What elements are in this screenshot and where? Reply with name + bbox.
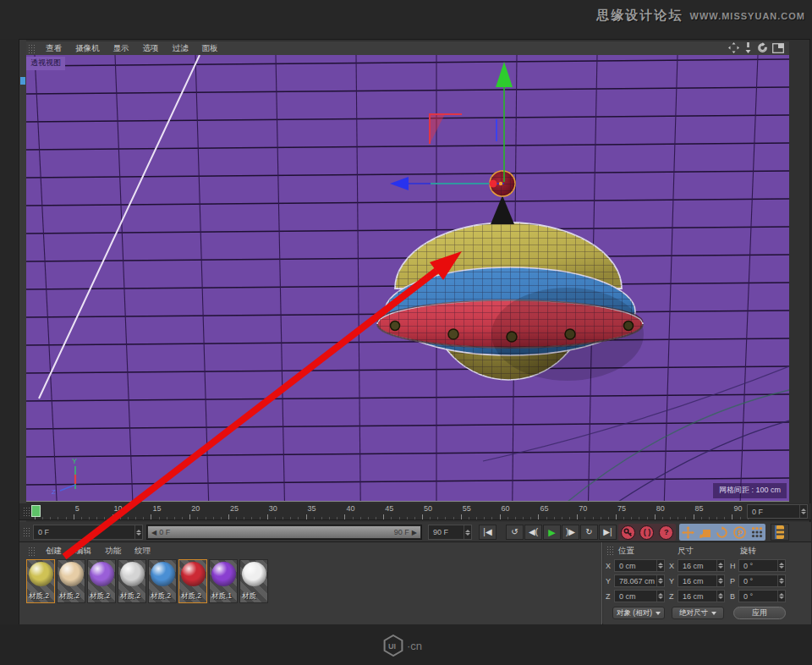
timeline-tick-label: 85 [695,504,704,513]
rot-p-label: P [730,577,735,585]
coordinate-mode-dropdown[interactable]: 对象 (相对) [612,607,665,619]
material-swatch[interactable]: 材质.2 [118,559,146,603]
previous-frame-button[interactable]: ◀( [524,525,542,540]
record-question-button[interactable]: ? [659,525,673,540]
size-mode-dropdown[interactable]: 绝对尺寸 [672,607,724,619]
material-swatch[interactable]: 材质.2 [178,559,207,603]
drag-grip-icon[interactable] [606,546,614,555]
material-sphere-preview [181,562,206,586]
record-scale-icon[interactable] [700,526,711,538]
start-frame-field[interactable]: 0 F [33,525,143,540]
toggle-view-icon[interactable] [772,43,784,53]
rot-h-label: H [730,562,736,570]
next-key-button[interactable]: ↻ [580,525,598,540]
rotate-view-icon[interactable] [757,42,768,53]
material-swatch[interactable]: 材质.1 [209,559,238,603]
material-swatch[interactable]: 材质.2 [148,559,177,603]
viewport[interactable]: Y Z 透视视图 网格间距 : 100 cm [26,55,789,502]
frame-range-slider[interactable]: ◀ 0 F 90 F ▶ [146,525,422,540]
material-label: 材质.2 [27,591,54,602]
menu-camera[interactable]: 摄像机 [69,43,107,54]
rot-b-label: B [730,592,735,601]
spinner-icon[interactable] [799,505,807,518]
hexagon-logo-icon: UI [382,635,404,657]
material-sphere-preview [151,562,175,586]
timeline-tick-label: 50 [424,504,432,513]
svg-text:Y: Y [72,457,77,465]
drag-grip-icon[interactable] [23,507,30,516]
timeline-tick-label: 25 [230,504,239,513]
mat-menu-function[interactable]: 功能 [98,546,128,557]
rot-p-field[interactable]: 0 ° [738,574,786,587]
rot-b-field[interactable]: 0 ° [738,590,786,602]
site-name: 思缘设计论坛 [597,8,683,24]
view-label[interactable]: 透视视图 [26,57,65,70]
gizmo-y-arrow[interactable] [496,62,513,87]
material-swatch[interactable]: 材质.2 [57,559,85,603]
zoom-view-icon[interactable] [743,42,753,53]
drag-grip-icon[interactable] [23,527,30,536]
current-frame-field[interactable]: 0 F [747,504,808,519]
timeline-ruler[interactable]: 051015202530354045505560657075808590 [33,503,749,520]
drag-grip-icon[interactable] [28,44,36,53]
current-frame-marker[interactable] [31,505,41,517]
material-swatch[interactable]: 材质 [239,559,268,603]
timeline-tick-label: 35 [308,504,316,513]
end-frame-field[interactable]: 90 F [428,525,472,540]
material-swatch[interactable]: 材质.2 [26,559,55,603]
go-to-end-button[interactable]: ▶| [599,525,617,540]
menu-filter[interactable]: 过滤 [166,43,195,54]
pos-y-field[interactable]: 78.067 cm [614,574,665,587]
mat-menu-edit[interactable]: 编辑 [69,546,98,557]
play-button[interactable]: ▶ [543,525,561,540]
record-parens-button[interactable]: ( ) [639,525,654,540]
pos-x-label: X [606,562,611,570]
slider-right-handle-icon[interactable]: ▶ [412,529,420,536]
size-x-field[interactable]: 16 cm [678,559,725,572]
size-header: 尺寸 [678,546,694,557]
record-pla-icon[interactable] [751,526,763,538]
keyframe-record-group: ( ) ? [618,524,676,541]
gizmo-x-arrow[interactable] [390,177,409,190]
record-filter-group: P [679,524,765,541]
spinner-icon[interactable] [464,525,471,539]
pan-view-icon[interactable] [728,42,739,53]
go-to-start-button[interactable]: |◀ [479,525,497,540]
apply-button[interactable]: 应用 [733,607,786,619]
size-z-label: Z [669,592,674,601]
record-rotation-icon[interactable] [716,526,728,539]
menu-options[interactable]: 选项 [136,43,166,54]
pos-z-label: Z [606,592,611,601]
material-swatch[interactable]: 材质.2 [87,559,116,603]
menu-panel[interactable]: 面板 [195,43,225,54]
timeline-tick-label: 70 [579,504,587,513]
keyframe-track-icon[interactable] [771,524,789,541]
previous-key-button[interactable]: ↺ [506,525,524,540]
menu-view[interactable]: 查看 [39,43,69,54]
size-z-field[interactable]: 16 cm [678,590,725,602]
size-y-field[interactable]: 16 cm [678,574,725,587]
record-keyframe-button[interactable] [621,525,635,540]
slider-left-handle-icon[interactable]: ◀ [148,529,159,536]
record-position-icon[interactable] [682,526,694,539]
range-end-label: 90 F [394,528,412,536]
panel-tab-icon[interactable] [20,77,25,85]
spinner-icon[interactable] [134,525,142,539]
material-sphere-preview [211,562,236,586]
svg-text:UI: UI [388,642,396,651]
viewport-canvas: Y Z [26,55,789,502]
record-parameter-icon[interactable]: P [733,526,746,539]
mat-menu-texture[interactable]: 纹理 [128,546,157,557]
drag-grip-icon[interactable] [28,547,36,556]
next-frame-button[interactable]: )▶ [562,525,579,540]
chevron-down-icon [711,612,716,615]
rot-h-field[interactable]: 0 ° [738,559,786,572]
viewport-menubar: 查看 摄像机 显示 选项 过滤 面板 [26,41,789,55]
material-label: 材质.2 [118,591,145,602]
move-gizmo[interactable] [390,62,513,190]
pos-x-field[interactable]: 0 cm [614,559,665,572]
pos-z-field[interactable]: 0 cm [614,590,665,602]
menu-display[interactable]: 显示 [107,43,136,54]
svg-text:Z: Z [52,488,56,496]
mat-menu-create[interactable]: 创建 [39,546,69,557]
